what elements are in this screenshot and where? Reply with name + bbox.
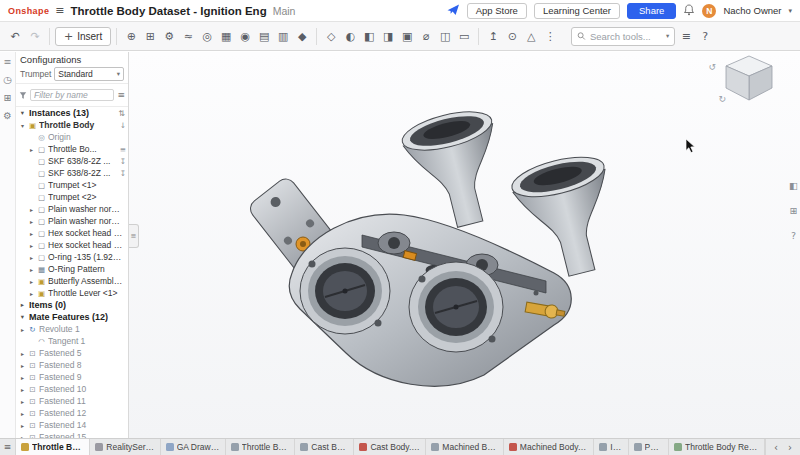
mate-feature-row[interactable]: ▸ ⊡ Fastened 9 [16, 371, 128, 383]
mate-feature-row[interactable]: ◠ Tangent 1 [16, 335, 128, 347]
help-icon[interactable]: ? [696, 27, 714, 45]
group-icon[interactable]: ⊞ [141, 27, 159, 45]
document-tab[interactable]: Cast Body.pdf [354, 439, 426, 455]
undo-icon[interactable]: ↶ [6, 27, 24, 45]
tabs-scroll-right-icon[interactable]: › [784, 442, 796, 453]
instance-suffix-icon[interactable]: ≡ [120, 145, 128, 154]
linear-pattern-icon[interactable]: ▦ [217, 27, 235, 45]
instance-row[interactable]: ▸ ▢ Throttle Bo... ≡ [16, 143, 128, 155]
expand-icon[interactable]: ▸ [19, 374, 26, 381]
expand-icon[interactable]: ▾ [19, 122, 26, 129]
share-button[interactable]: Share [627, 3, 676, 19]
instance-row[interactable]: ▸ ▦ O-Ring Pattern [16, 263, 128, 275]
circular-pattern-icon[interactable]: ◉ [236, 27, 254, 45]
mate-feature-row[interactable]: ▸ ⊡ Fastened 15 [16, 431, 128, 438]
bom-icon[interactable]: ▣ [398, 27, 416, 45]
right-dock-help-icon[interactable]: ? [791, 230, 796, 241]
pattern-icon[interactable]: ▤ [255, 27, 273, 45]
explode-icon[interactable]: ◆ [293, 27, 311, 45]
rotate-right-icon[interactable]: ↻ [718, 94, 726, 104]
document-tab[interactable]: Machined Body.pdf [504, 439, 594, 455]
expand-icon[interactable]: ▸ [19, 362, 26, 369]
instance-row[interactable]: ▸ ▢ Plain washer normal g... [16, 203, 128, 215]
mate-features-header[interactable]: ▾ Mate Features (12) [16, 311, 128, 323]
search-caret-icon[interactable]: ▾ [666, 32, 669, 40]
notifications-bell-icon[interactable] [683, 2, 695, 20]
expand-icon[interactable]: ▸ [28, 206, 35, 213]
mate-feature-row[interactable]: ▸ ⊡ Fastened 14 [16, 419, 128, 431]
expand-icon[interactable]: ▸ [19, 398, 26, 405]
user-name[interactable]: Nacho Owner [723, 5, 781, 16]
instance-suffix-icon[interactable]: ↓ [120, 121, 128, 130]
items-header[interactable]: ▸ Items (0) [16, 299, 128, 311]
instance-suffix-icon[interactable]: ↧ [120, 157, 128, 166]
document-tab[interactable]: GA Drawing [161, 439, 226, 455]
user-menu-caret-icon[interactable]: ▾ [788, 7, 792, 15]
branch-name[interactable]: Main [273, 5, 296, 17]
app-store-button[interactable]: App Store [467, 3, 527, 19]
tool-filter-icon[interactable]: ≡ [677, 27, 695, 45]
mate-connector-icon[interactable]: ◎ [198, 27, 216, 45]
snap-mode-icon[interactable]: ≈ [179, 27, 197, 45]
section-view-icon[interactable]: ◧ [360, 27, 378, 45]
instance-row[interactable]: ▢ Trumpet <1> [16, 179, 128, 191]
rotate-left-icon[interactable]: ↺ [708, 62, 716, 72]
tab-manager-icon[interactable]: ≡ [0, 439, 16, 455]
mate-feature-row[interactable]: ▸ ⊡ Fastened 8 [16, 359, 128, 371]
instances-header[interactable]: ▾ Instances (13) ⇅ [16, 107, 128, 119]
mate-feature-row[interactable]: ▸ ⊡ Fastened 11 [16, 395, 128, 407]
instance-suffix-icon[interactable]: ↧ [120, 169, 128, 178]
expand-icon[interactable]: ▸ [19, 422, 26, 429]
throttle-body-model[interactable] [244, 97, 684, 437]
replicate-icon[interactable]: ▥ [274, 27, 292, 45]
viewport-3d[interactable]: ↺ ↻ ≡ ◧⊞? [129, 52, 800, 438]
expand-icon[interactable]: ▸ [19, 326, 26, 333]
user-avatar[interactable]: N [702, 4, 716, 18]
right-dock-table-icon[interactable]: ⊞ [790, 205, 798, 216]
interference-icon[interactable]: ◫ [436, 27, 454, 45]
main-menu-icon[interactable]: ≡ [55, 4, 64, 17]
document-tab[interactable]: Throttle Body [226, 439, 296, 455]
paper-plane-icon[interactable] [447, 2, 460, 20]
sheet-metal-icon[interactable]: ▭ [455, 27, 473, 45]
tabs-scroll-left-icon[interactable]: ‹ [770, 442, 782, 453]
comment-icon[interactable]: ⊙ [503, 27, 521, 45]
panels-icon[interactable]: ⊞ [4, 92, 12, 103]
expand-icon[interactable]: ▸ [28, 242, 35, 249]
expand-icon[interactable]: ▸ [19, 386, 26, 393]
named-positions-icon[interactable]: ◇ [322, 27, 340, 45]
sort-icon[interactable]: ⇅ [118, 109, 125, 118]
document-tab[interactable]: Machined Body [426, 439, 504, 455]
instance-row[interactable]: ▢ Trumpet <2> [16, 191, 128, 203]
measure-icon[interactable]: ⌀ [417, 27, 435, 45]
expand-icon[interactable]: ▸ [28, 218, 35, 225]
expand-icon[interactable]: ▸ [28, 146, 35, 153]
analysis-icon[interactable]: △ [522, 27, 540, 45]
tool-search-input[interactable] [590, 31, 662, 42]
redo-icon[interactable]: ↷ [26, 27, 44, 45]
document-tab[interactable]: RealityServer [90, 439, 160, 455]
document-tab[interactable]: ITB [594, 439, 628, 455]
history-panel-icon[interactable]: ◷ [3, 74, 11, 85]
document-menu-icon[interactable]: ≡ [4, 56, 12, 67]
insert-button[interactable]: + Insert [55, 27, 111, 46]
relation-icon[interactable]: ⚙ [160, 27, 178, 45]
onshape-logo[interactable]: Onshape [8, 6, 49, 16]
instance-row[interactable]: ▢ SKF 638/8-2Z ... ↧ [16, 155, 128, 167]
export-icon[interactable]: ↥ [484, 27, 502, 45]
expand-icon[interactable]: ▸ [28, 278, 35, 285]
document-tab[interactable]: Cast Body [295, 439, 354, 455]
mate-feature-row[interactable]: ▸ ⊡ Fastened 12 [16, 407, 128, 419]
expand-icon[interactable]: ▸ [19, 350, 26, 357]
settings-panel-icon[interactable]: ⚙ [3, 110, 12, 121]
expand-icon[interactable]: ▸ [28, 254, 35, 261]
instance-row[interactable]: ▢ SKF 638/8-2Z ... ↧ [16, 167, 128, 179]
view-cube[interactable] [720, 53, 778, 109]
learning-center-button[interactable]: Learning Center [534, 3, 620, 19]
instance-row[interactable]: ◎ Origin [16, 131, 128, 143]
instance-row[interactable]: ▸ ▢ Hex socket head cap s... [16, 239, 128, 251]
more-tools-icon[interactable]: ⋮ [541, 27, 559, 45]
instance-row[interactable]: ▸ ▢ Hex socket head cap s... [16, 227, 128, 239]
display-states-icon[interactable]: ◐ [341, 27, 359, 45]
expand-icon[interactable]: ▸ [19, 410, 26, 417]
